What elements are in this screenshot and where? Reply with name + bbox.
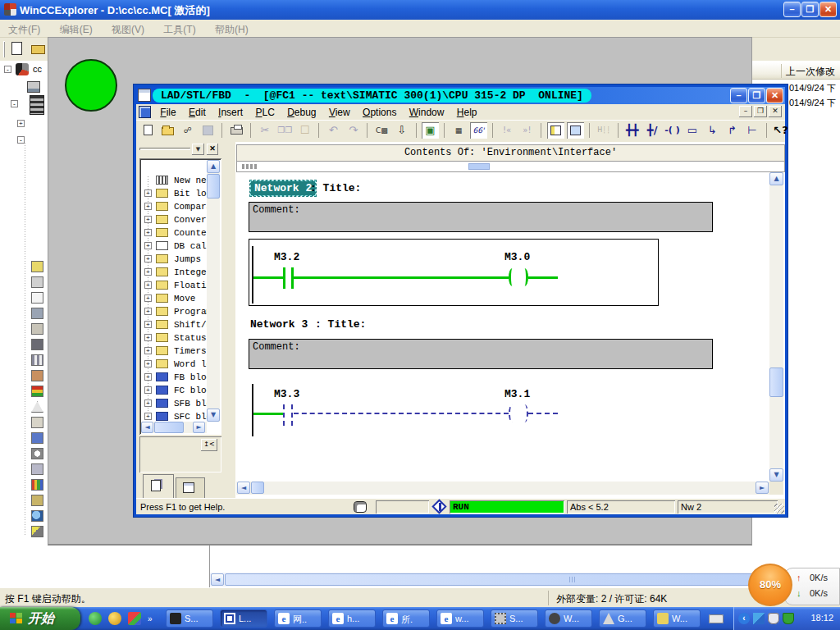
- scroll-down-button[interactable]: ▼: [207, 409, 220, 422]
- next-error-icon[interactable]: »!: [518, 122, 536, 139]
- catalog-pin-button[interactable]: ↥<: [201, 439, 217, 451]
- taskbar-button-ie3[interactable]: e所.: [382, 609, 430, 628]
- call-structure-icon[interactable]: C▩: [373, 122, 390, 139]
- copy-icon[interactable]: ❐❐: [276, 122, 294, 139]
- address-toggle-icon[interactable]: ▦: [450, 122, 468, 139]
- lad-menu-view[interactable]: View: [324, 104, 355, 118]
- list-row[interactable]: 014/9/24 下: [789, 82, 836, 94]
- tray-network-icon[interactable]: [753, 613, 765, 624]
- catalog-vscrollbar[interactable]: [207, 160, 220, 422]
- resize-grip[interactable]: [774, 504, 784, 514]
- editor-icon[interactable]: [31, 370, 43, 381]
- lad-menu-plc[interactable]: PLC: [250, 104, 279, 118]
- catalog-item-jumps[interactable]: +Jumps: [141, 253, 207, 266]
- network2-title[interactable]: : Title:: [310, 182, 361, 195]
- paste-icon[interactable]: ☐: [296, 122, 313, 139]
- editor-icon[interactable]: [31, 526, 43, 537]
- catalog-item-counter[interactable]: +Counter: [141, 226, 207, 240]
- save-icon[interactable]: [199, 122, 217, 139]
- catalog-item-move[interactable]: +Move: [141, 292, 207, 305]
- monitor-glasses-icon[interactable]: 66': [470, 122, 487, 139]
- catalog-item-word-logic[interactable]: +Word lo: [141, 358, 207, 371]
- close-branch-icon[interactable]: ↱: [724, 122, 741, 139]
- wincc-menu-help[interactable]: 帮助(H): [207, 20, 257, 37]
- coil-left[interactable]: [509, 404, 516, 422]
- catalog-combobox[interactable]: [139, 148, 190, 150]
- coil-right[interactable]: [521, 404, 528, 422]
- new-icon[interactable]: [139, 122, 157, 139]
- editor-hscrollbar[interactable]: ◄ ►: [236, 482, 769, 495]
- list-row[interactable]: 014/9/24 下: [789, 97, 836, 109]
- taskbar-button-ie1[interactable]: e网..: [274, 609, 322, 628]
- catalog-item-timers[interactable]: +Timers: [141, 345, 207, 358]
- editor-icon[interactable]: [31, 276, 43, 288]
- taskbar-button-s7[interactable]: S...: [491, 609, 538, 628]
- network3-comment[interactable]: Comment:: [249, 339, 713, 369]
- wincc-menu-tools[interactable]: 工具(T): [155, 20, 203, 37]
- station-icon[interactable]: [30, 95, 44, 115]
- contact-bar[interactable]: [283, 404, 285, 426]
- coil-left[interactable]: [509, 268, 516, 286]
- taskbar-button-ie4[interactable]: ew...: [436, 609, 484, 628]
- project-root-label[interactable]: cc: [33, 64, 42, 74]
- taskbar-button-g[interactable]: G...: [599, 609, 646, 628]
- scroll-thumb[interactable]: [154, 422, 184, 433]
- contact-no-icon[interactable]: ╋╋: [623, 122, 641, 139]
- input-method-keyboard-icon[interactable]: [709, 614, 724, 623]
- new-network-icon[interactable]: H┊┊: [596, 122, 613, 139]
- open-icon[interactable]: [159, 122, 176, 139]
- scroll-up-button[interactable]: ▲: [207, 160, 220, 173]
- network3-coil-label[interactable]: M3.1: [504, 389, 530, 400]
- help-pointer-icon[interactable]: ↖?: [772, 122, 789, 139]
- contact-bar[interactable]: [291, 404, 293, 426]
- lad-restore-button[interactable]: ❐: [748, 88, 765, 103]
- network3-label[interactable]: Network 3: [250, 318, 308, 331]
- listview-hscrollbar[interactable]: ◄: [210, 573, 840, 587]
- green-circle-indicator[interactable]: [65, 59, 117, 112]
- tray-hide-icons-chevron[interactable]: ‹: [738, 613, 750, 624]
- catalog-tab-elements[interactable]: [143, 474, 174, 498]
- catalog-item-db-call[interactable]: +DB call: [141, 240, 207, 253]
- editor-icon[interactable]: [31, 386, 43, 397]
- wincc-menu-edit[interactable]: 编辑(E): [52, 20, 101, 37]
- wincc-minimize-button[interactable]: –: [783, 2, 801, 17]
- taskbar-button-lad[interactable]: L...: [220, 609, 267, 628]
- lad-menu-options[interactable]: Options: [358, 104, 401, 118]
- editor-icon[interactable]: [31, 463, 43, 475]
- network3-contact-label[interactable]: M3.3: [274, 389, 299, 400]
- scroll-left-button[interactable]: ◄: [141, 422, 153, 433]
- editor-icon[interactable]: [31, 308, 43, 319]
- mdi-close-button[interactable]: ✕: [769, 106, 782, 117]
- wincc-menu-file[interactable]: 文件(F): [0, 20, 48, 37]
- taskbar-button-ie2[interactable]: eh...: [328, 609, 376, 628]
- download-icon[interactable]: ⇩: [393, 122, 410, 139]
- network3-title[interactable]: : Title:: [315, 318, 366, 331]
- empty-box-icon[interactable]: ▭: [683, 122, 701, 139]
- lad-menu-window[interactable]: Window: [404, 104, 450, 118]
- taskbar-button-simatic[interactable]: S...: [166, 609, 213, 628]
- catalog-tab-call-structure[interactable]: [176, 477, 205, 498]
- wincc-restore-button[interactable]: ❐: [801, 2, 819, 17]
- editor-icon[interactable]: [31, 323, 43, 335]
- lad-menu-insert[interactable]: Insert: [213, 104, 248, 118]
- catalog-dropdown-button[interactable]: ▼: [192, 144, 204, 155]
- catalog-item-shift-rotate[interactable]: +Shift/R: [141, 318, 207, 331]
- quicklaunch-icon-1[interactable]: [89, 612, 102, 625]
- catalog-item-bit-logic[interactable]: +Bit log: [141, 187, 207, 200]
- monitor-toggle-icon[interactable]: ▣: [422, 122, 439, 139]
- mdi-minimize-button[interactable]: –: [739, 106, 752, 117]
- mdi-restore-button[interactable]: ❐: [754, 106, 767, 117]
- lad-minimize-button[interactable]: –: [730, 88, 747, 103]
- taskbar-button-w1[interactable]: W...: [545, 609, 592, 628]
- catalog-item-integer[interactable]: +Integer: [141, 266, 207, 279]
- listview-header-lastmodified[interactable]: 上一次修改: [786, 65, 835, 79]
- open-branch-icon[interactable]: ↳: [704, 122, 721, 139]
- catalog-item-float[interactable]: +Floatin: [141, 279, 207, 292]
- network2-coil-label[interactable]: M3.0: [504, 252, 530, 263]
- lad-close-button[interactable]: ✕: [766, 88, 783, 103]
- editor-icon[interactable]: [31, 495, 43, 506]
- catalog-item-fb-blocks[interactable]: +FB bloc: [141, 371, 207, 384]
- catalog-item-comparator[interactable]: +Compara: [141, 200, 207, 213]
- start-button[interactable]: 开始: [0, 607, 80, 630]
- editor-icon[interactable]: [31, 261, 43, 272]
